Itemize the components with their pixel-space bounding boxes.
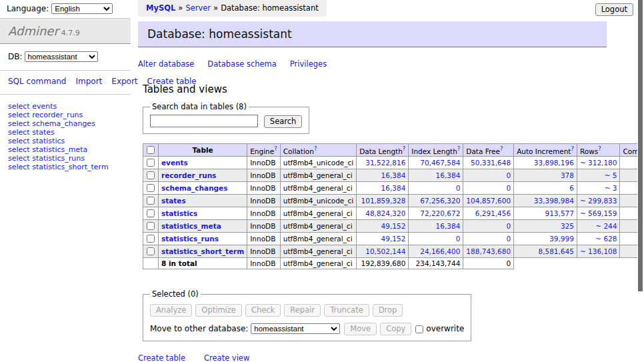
create-link-create-table[interactable]: Create table <box>138 353 185 362</box>
row-checkbox[interactable] <box>147 209 155 217</box>
sidebar-table-link-select-events[interactable]: select events <box>8 102 123 111</box>
sidebar-table-link-select-schema-changes[interactable]: select schema_changes <box>8 119 123 128</box>
table-name-cell: statistics_short_term <box>159 245 247 258</box>
rows-cell: ~ 299,833 <box>577 195 620 207</box>
rows-link[interactable]: ~ 136,108 <box>580 247 617 255</box>
row-checkbox[interactable] <box>147 222 155 230</box>
help-link[interactable]: ? <box>598 145 601 152</box>
table-link[interactable]: statistics_runs <box>161 235 219 243</box>
rows-link[interactable]: ~ 5 <box>605 171 617 179</box>
sidebar-table-link-select-states[interactable]: select states <box>8 128 123 137</box>
check-button[interactable]: Check <box>245 304 281 317</box>
sidebar-table-link-select-statistics-meta[interactable]: select statistics_meta <box>8 145 123 154</box>
logout-button[interactable]: Logout <box>595 3 633 16</box>
help-link[interactable]: ? <box>500 145 503 152</box>
table-link[interactable]: events <box>161 159 188 167</box>
move-button[interactable]: Move <box>344 323 377 335</box>
column-header-data-free: Data Free? <box>463 143 514 157</box>
sidebar-actions: SQL commandImportExportCreate table <box>0 71 131 95</box>
breadcrumb: MySQL»Server»Database: homeassistant <box>138 0 327 17</box>
select-all-checkbox[interactable] <box>147 146 155 154</box>
data-free-cell: 6,291,456 <box>463 207 514 220</box>
table-link[interactable]: schema_changes <box>161 184 228 192</box>
db-action-privileges[interactable]: Privileges <box>290 59 327 69</box>
db-action-database-schema[interactable]: Database schema <box>207 59 276 69</box>
search-button[interactable]: Search <box>264 115 303 128</box>
rows-cell: ~ 5 <box>577 169 620 182</box>
scrollbar-thumb[interactable] <box>638 0 643 291</box>
overwrite-checkbox[interactable] <box>415 325 423 333</box>
db-select[interactable]: homeassistant <box>25 51 98 62</box>
truncate-button[interactable]: Truncate <box>324 304 369 317</box>
data-free-cell: 188,743,680 <box>463 245 514 258</box>
search-legend: Search data in tables (8) <box>150 102 249 111</box>
help-link[interactable]: ? <box>274 145 277 152</box>
table-link[interactable]: recorder_runs <box>161 171 216 179</box>
drop-button[interactable]: Drop <box>373 304 403 317</box>
db-action-alter-database[interactable]: Alter database <box>138 59 194 69</box>
rows-link[interactable]: ~ 312,180 <box>580 159 617 167</box>
collation-cell: utf8mb4_general_ci <box>280 245 356 258</box>
table-link[interactable]: statistics_short_term <box>161 247 244 255</box>
scrollbar-track[interactable] <box>637 0 644 362</box>
row-checkbox[interactable] <box>147 171 155 179</box>
repair-button[interactable]: Repair <box>284 304 321 317</box>
rows-link[interactable]: ~ 628 <box>595 235 617 243</box>
table-row: recorder_runsInnoDButf8mb4_general_ci16,… <box>143 169 644 182</box>
row-check-cell <box>143 157 159 169</box>
index-length-cell: 72,220,672 <box>409 207 463 220</box>
total-index-length-cell: 234,143,744 <box>409 258 463 269</box>
move-db-select[interactable]: homeassistant <box>251 323 340 334</box>
selected-fieldset: Selected (0) AnalyzeOptimizeCheckRepairT… <box>143 289 471 341</box>
help-link[interactable]: ? <box>403 145 406 152</box>
help-link[interactable]: ? <box>457 145 461 152</box>
column-header-data-length: Data Length? <box>357 143 409 157</box>
row-checkbox[interactable] <box>147 247 155 255</box>
sidebar-table-link-select-recorder-runs[interactable]: select recorder_runs <box>8 111 123 119</box>
optimize-button[interactable]: Optimize <box>195 304 242 317</box>
row-check-cell <box>143 220 159 233</box>
data-length-cell: 101,859,328 <box>357 195 409 207</box>
help-link[interactable]: ? <box>571 145 574 152</box>
analyze-button[interactable]: Analyze <box>150 304 192 317</box>
rows-cell: ~ 628 <box>577 233 620 245</box>
move-label: Move to other database: <box>150 324 248 333</box>
search-input[interactable] <box>150 115 258 127</box>
rows-link[interactable]: ~ 244 <box>595 222 617 230</box>
row-checkbox[interactable] <box>147 235 155 243</box>
table-link[interactable]: statistics <box>161 209 197 217</box>
rows-link[interactable]: ~ 569,159 <box>580 209 617 217</box>
row-checkbox[interactable] <box>147 159 155 167</box>
total-check-cell <box>143 258 159 269</box>
collation-cell: utf8mb4_general_ci <box>280 233 356 245</box>
breadcrumb-current: Database: homeassistant <box>221 3 319 13</box>
copy-button[interactable]: Copy <box>380 323 411 335</box>
row-checkbox[interactable] <box>147 197 155 205</box>
sidebar-table-link-select-statistics-short-term[interactable]: select statistics_short_term <box>8 163 123 171</box>
table-link[interactable]: states <box>161 197 186 205</box>
table-name-cell: events <box>159 157 247 169</box>
data-length-cell: 31,522,816 <box>357 157 409 169</box>
table-head: TableEngine?Collation?Data Length?Index … <box>143 143 644 157</box>
adminer-version: 4.7.9 <box>61 29 80 37</box>
breadcrumb-mysql[interactable]: MySQL <box>146 3 175 13</box>
rows-link[interactable]: ~ 299,833 <box>580 197 617 205</box>
column-header-collation: Collation? <box>280 143 356 157</box>
sidebar-action-sql-command[interactable]: SQL command <box>8 77 66 86</box>
table-row: statistics_short_termInnoDButf8mb4_gener… <box>143 245 644 258</box>
row-checkbox[interactable] <box>147 184 155 192</box>
table-row: statistics_runsInnoDButf8mb4_general_ci4… <box>143 233 644 245</box>
sidebar-table-link-select-statistics-runs[interactable]: select statistics_runs <box>8 154 123 163</box>
index-length-cell: 67,256,320 <box>409 195 463 207</box>
column-header-auto-increment: Auto Increment? <box>514 143 577 157</box>
help-link[interactable]: ? <box>314 145 317 152</box>
db-selector-row: DB:homeassistant <box>0 44 131 71</box>
sidebar-table-link-select-statistics[interactable]: select statistics <box>8 137 123 145</box>
breadcrumb-server[interactable]: Server <box>185 3 211 13</box>
data-length-cell: 16,384 <box>357 182 409 195</box>
rows-link[interactable]: ~ 3 <box>605 184 617 192</box>
sidebar-action-export[interactable]: Export <box>111 77 137 86</box>
sidebar-action-import[interactable]: Import <box>75 77 102 86</box>
create-link-create-view[interactable]: Create view <box>204 353 249 362</box>
table-link[interactable]: statistics_meta <box>161 222 221 230</box>
